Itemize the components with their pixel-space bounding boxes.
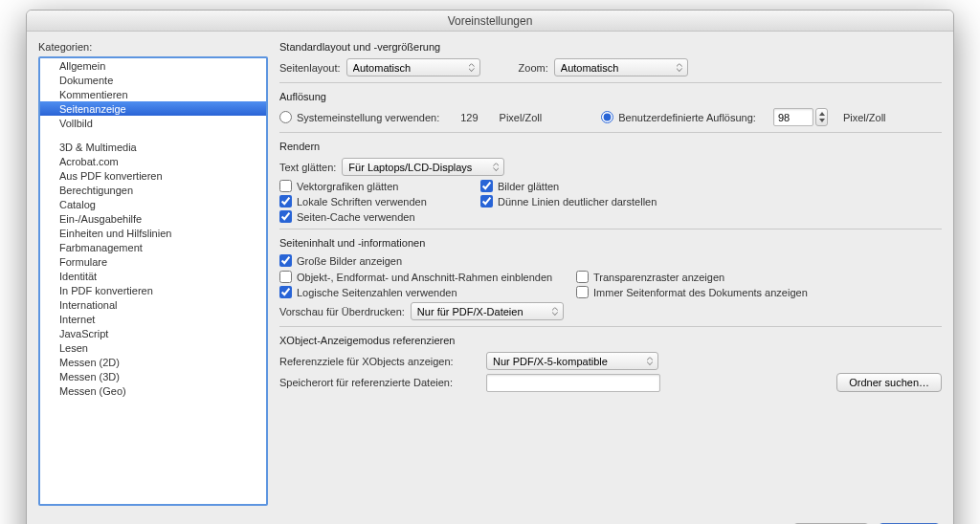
resolution-stepper[interactable] [815,108,828,126]
category-item[interactable]: Acrobat.com [40,154,266,168]
check-pagecache[interactable]: Seiten-Cache verwenden [279,210,480,223]
category-item[interactable]: Messen (Geo) [40,383,266,398]
radio-custom-resolution[interactable]: Benutzerdefinierte Auflösung: [601,111,756,123]
custom-resolution-input[interactable] [773,108,813,126]
category-item[interactable]: Vollbild [40,116,266,130]
check-images[interactable]: Bilder glätten [480,180,787,192]
check-vector[interactable]: Vektorgrafiken glätten [279,180,480,192]
zoom-label: Zoom: [519,62,548,74]
check-always-docfmt[interactable]: Immer Seitenformat des Dokuments anzeige… [576,286,882,298]
section-content-title: Seiteninhalt und -informationen [279,237,942,249]
xobject-location-input[interactable] [486,374,660,392]
overprint-label: Vorschau für Überdrucken: [279,306,405,317]
system-resolution-value: 129 [460,112,478,123]
check-logicalpages[interactable]: Logische Seitenzahlen verwenden [279,286,576,298]
smooth-text-select[interactable]: Für Laptops/LCD-Displays [342,158,504,176]
categories-listbox[interactable]: AllgemeinDokumenteKommentierenSeitenanze… [38,56,268,506]
xobject-location-label: Speicherort für referenzierte Dateien: [279,377,480,388]
category-item[interactable]: Seitenanzeige [40,101,266,116]
preferences-window: Voreinstellungen Kategorien: AllgemeinDo… [26,10,954,524]
category-item[interactable]: Messen (3D) [40,369,266,383]
category-item[interactable]: Formulare [40,254,266,269]
categories-label: Kategorien: [38,41,268,53]
category-item[interactable]: Berechtigungen [40,183,266,197]
smooth-text-label: Text glätten: [279,162,336,173]
page-layout-select[interactable]: Automatisch [346,58,480,76]
category-item[interactable]: 3D & Multimedia [40,140,266,154]
check-localfonts[interactable]: Lokale Schriften verwenden [279,195,480,207]
category-item[interactable]: Internet [40,312,266,326]
category-item[interactable]: Kommentieren [40,87,266,101]
section-render-title: Rendern [279,141,942,152]
overprint-select[interactable]: Nur für PDF/X-Dateien [411,302,564,320]
browse-folder-button[interactable]: Ordner suchen… [836,373,942,392]
xobject-targets-label: Referenzziele für XObjects anzeigen: [279,356,480,367]
category-item[interactable]: Catalog [40,197,266,211]
check-transgrid[interactable]: Transparenzraster anzeigen [576,271,882,283]
category-item[interactable]: Identität [40,269,266,283]
category-item[interactable]: Einheiten und Hilfslinien [40,226,266,240]
category-item[interactable]: Allgemein [40,58,266,73]
section-xobject-title: XObject-Anzeigemodus referenzieren [279,335,942,346]
category-item[interactable]: Lesen [40,340,266,355]
category-item[interactable]: In PDF konvertieren [40,283,266,297]
page-layout-label: Seitenlayout: [279,62,341,74]
category-item[interactable]: Farbmanagement [40,240,266,254]
check-boxes[interactable]: Objekt-, Endformat- und Anschnitt-Rahmen… [279,271,576,283]
window-title: Voreinstellungen [27,11,953,32]
section-resolution-title: Auflösung [279,91,942,102]
category-item[interactable]: Aus PDF konvertieren [40,168,266,183]
zoom-select[interactable]: Automatisch [554,58,688,76]
section-layout-title: Standardlayout und -vergrößerung [279,41,942,53]
radio-system-resolution[interactable]: Systemeinstellung verwenden: [279,111,439,123]
category-item[interactable]: Ein-/Ausgabehilfe [40,211,266,226]
check-largeimg[interactable]: Große Bilder anzeigen [279,254,402,267]
resolution-unit: Pixel/Zoll [500,112,543,123]
category-item[interactable]: Dokumente [40,73,266,87]
category-item[interactable]: International [40,297,266,312]
xobject-targets-select[interactable]: Nur PDF/X-5-kompatible [486,352,658,370]
check-thinlines[interactable]: Dünne Linien deutlicher darstellen [480,195,787,207]
category-item[interactable]: JavaScript [40,326,266,340]
resolution-unit-2: Pixel/Zoll [843,112,886,123]
category-item[interactable]: Messen (2D) [40,355,266,369]
